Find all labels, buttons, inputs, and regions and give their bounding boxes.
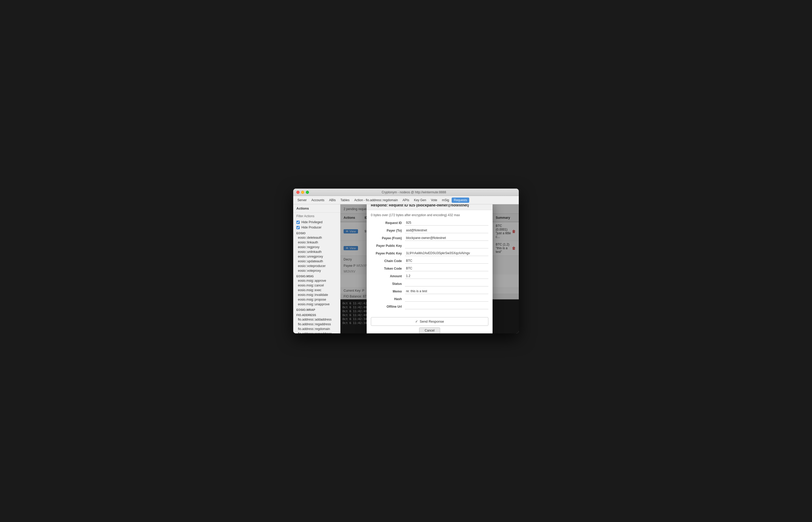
minimize-button[interactable]	[301, 191, 304, 194]
label-payer: Payer (To)	[371, 229, 405, 233]
field-payee-public-key: Payee Public Key	[371, 250, 488, 256]
input-status[interactable]	[405, 281, 488, 286]
maximize-button[interactable]	[306, 191, 309, 194]
input-offline-url[interactable]	[405, 304, 488, 309]
section-eosio: EOSIO	[293, 230, 340, 235]
hide-producer-input[interactable]	[297, 226, 300, 229]
sidebar-item-propose[interactable]: eosio.msig::propose	[293, 297, 340, 302]
label-payee-public-key: Payee Public Key	[371, 252, 405, 255]
input-payer[interactable]	[405, 228, 488, 233]
main-layout: Actions Filter Actions Hide Privileged H…	[293, 204, 519, 334]
menu-accounts[interactable]: Accounts	[309, 198, 326, 203]
label-token-code: Token Code	[371, 267, 405, 270]
label-memo: Memo	[371, 289, 405, 293]
input-payer-public-key[interactable]	[405, 243, 488, 248]
field-payee: Payee (From)	[371, 235, 488, 241]
input-request-id[interactable]	[405, 220, 488, 226]
section-fio-address: FIO.ADDRESS	[293, 312, 340, 317]
input-memo[interactable]	[405, 288, 488, 294]
menu-apis[interactable]: APIs	[401, 198, 411, 203]
close-button[interactable]	[297, 191, 300, 194]
menu-vote[interactable]: Vote	[429, 198, 439, 203]
sidebar-item-deleteauth[interactable]: eosio::deleteauth	[293, 235, 340, 240]
field-payer: Payer (To)	[371, 228, 488, 233]
menu-abis[interactable]: ABIs	[327, 198, 338, 203]
label-status: Status	[371, 282, 405, 286]
hide-privileged-checkbox[interactable]: Hide Privileged	[293, 220, 340, 225]
sidebar-item-unapprove[interactable]: eosio.msig::unapprove	[293, 302, 340, 307]
menu-requests[interactable]: Requests	[452, 198, 469, 203]
field-payer-public-key: Payer Public Key	[371, 243, 488, 248]
sidebar-item-unlinkauth[interactable]: eosio::unlinkauth	[293, 249, 340, 254]
sidebar-item-approve[interactable]: eosio.msig::approve	[293, 278, 340, 283]
input-payee-public-key[interactable]	[405, 250, 488, 256]
checkmark-icon: ✓	[415, 320, 418, 323]
label-hash: Hash	[371, 297, 405, 301]
cancel-button[interactable]: Cancel	[419, 327, 440, 334]
modal-info: 0 bytes over (172 bytes after encryption…	[371, 213, 488, 217]
modal-title: Respond: Request ID 925 (blockpane-owner…	[367, 204, 492, 210]
field-chain-code: Chain Code	[371, 258, 488, 264]
filter-actions-label: Filter Actions	[293, 213, 340, 220]
sidebar-item-cancel[interactable]: eosio.msig::cancel	[293, 283, 340, 288]
sidebar-header: Actions	[293, 204, 340, 213]
sidebar-item-invalidate[interactable]: eosio.msig::invalidate	[293, 293, 340, 297]
field-amount: Amount	[371, 273, 488, 279]
modal-overlay: Respond: Request ID 925 (blockpane-owner…	[341, 204, 519, 334]
main-window: Cryptonym - nodeos @ http://wintermute:8…	[293, 188, 519, 334]
sidebar-item-addaddress[interactable]: fio.address::addaddress	[293, 317, 340, 322]
menu-msig[interactable]: mSig	[440, 198, 451, 203]
sidebar-item-unregproxy[interactable]: eosio::unregproxy	[293, 254, 340, 259]
content-area: 2 pending requests. ↻ Refresh ✏ Request …	[341, 204, 519, 334]
menubar: Server Accounts ABIs Tables Action - fio…	[293, 196, 519, 204]
field-status: Status	[371, 281, 488, 286]
label-payer-public-key: Payer Public Key	[371, 244, 405, 248]
modal-footer: ✓ Send Response Cancel	[367, 315, 492, 334]
section-eosio-msig: EOSIO.MSIG	[293, 273, 340, 278]
hide-privileged-input[interactable]	[297, 221, 300, 224]
field-memo: Memo	[371, 288, 488, 294]
input-payee[interactable]	[405, 235, 488, 241]
input-hash[interactable]	[405, 296, 488, 302]
input-token-code[interactable]	[405, 266, 488, 271]
hide-producer-label: Hide Producer	[301, 226, 322, 229]
menu-tables[interactable]: Tables	[338, 198, 352, 203]
field-hash: Hash	[371, 296, 488, 302]
titlebar: Cryptonym - nodeos @ http://wintermute:8…	[293, 188, 519, 196]
sidebar-item-regdomain[interactable]: fio.address::regdomain	[293, 326, 340, 331]
send-response-button[interactable]: ✓ Send Response	[371, 317, 488, 326]
sidebar: Actions Filter Actions Hide Privileged H…	[293, 204, 341, 334]
sidebar-item-exec[interactable]: eosio.msig::exec	[293, 288, 340, 293]
sidebar-item-regaddress[interactable]: fio.address::regaddress	[293, 322, 340, 326]
menu-server[interactable]: Server	[295, 198, 309, 203]
field-offline-url: Offline Url	[371, 304, 488, 309]
sidebar-item-voteproducer[interactable]: eosio::voteproducer	[293, 264, 340, 268]
send-response-label: Send Response	[420, 320, 444, 323]
field-token-code: Token Code	[371, 266, 488, 271]
sidebar-item-voteproxy[interactable]: eosio::voteproxy	[293, 268, 340, 273]
label-chain-code: Chain Code	[371, 259, 405, 263]
modal-body: 0 bytes over (172 bytes after encryption…	[367, 210, 492, 315]
menu-keygen[interactable]: Key Gen	[412, 198, 428, 203]
respond-modal: Respond: Request ID 925 (blockpane-owner…	[367, 204, 492, 334]
hide-privileged-label: Hide Privileged	[301, 220, 323, 224]
traffic-lights	[297, 191, 309, 194]
window-title: Cryptonym - nodeos @ http://wintermute:8…	[312, 190, 515, 194]
input-amount[interactable]	[405, 273, 488, 279]
label-amount: Amount	[371, 274, 405, 278]
hide-producer-checkbox[interactable]: Hide Producer	[293, 225, 340, 230]
label-offline-url: Offline Url	[371, 305, 405, 308]
section-eosio-wrap: EOSIO.WRAP	[293, 307, 340, 312]
label-payee: Payee (From)	[371, 236, 405, 240]
sidebar-item-updateauth[interactable]: eosio::updateauth	[293, 259, 340, 264]
sidebar-item-remaddress[interactable]: fio.address::remaddress	[293, 331, 340, 334]
sidebar-item-linkauth[interactable]: eosio::linkauth	[293, 240, 340, 245]
sidebar-item-regproxy[interactable]: eosio::regproxy	[293, 245, 340, 249]
input-chain-code[interactable]	[405, 258, 488, 264]
menu-action[interactable]: Action - fio.address::regdomain	[352, 198, 400, 203]
field-request-id: Request ID	[371, 220, 488, 226]
label-request-id: Request ID	[371, 221, 405, 225]
